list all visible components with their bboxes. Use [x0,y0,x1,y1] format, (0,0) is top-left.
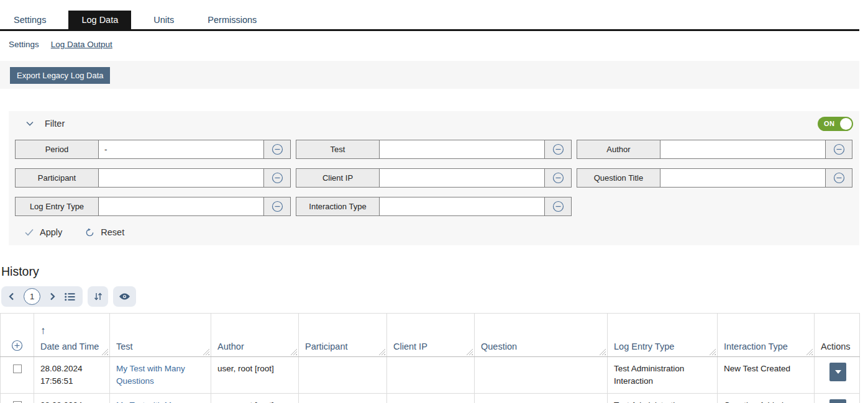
reset-icon [85,228,94,237]
column-header-participant[interactable]: Participant [299,314,387,357]
column-label: Author [217,342,244,351]
filter-field-remove-button[interactable] [263,169,290,187]
cell-time: 17:56:51 [40,376,73,386]
column-header-date-and-time[interactable]: ↑ Date and Time [34,314,110,357]
cell-participant [299,357,387,394]
filter-field-label: Log Entry Type [16,197,99,215]
breadcrumb: Settings Log Data Output [0,31,868,49]
breadcrumb-log-data-output[interactable]: Log Data Output [51,40,112,49]
history-table-body: 28.08.202417:56:51 My Test with Many Que… [1,357,860,403]
current-page-indicator[interactable]: 1 [24,288,40,305]
tab-settings[interactable]: Settings [2,11,57,29]
next-page-button[interactable] [50,292,55,301]
caret-down-icon [835,370,841,374]
previous-page-button[interactable] [9,292,14,301]
filter-field-remove-button[interactable] [544,140,571,158]
filter-field-label: Author [577,140,660,158]
check-icon [25,229,34,236]
filter-field-remove-button[interactable] [544,197,571,215]
column-visibility-button[interactable] [113,286,136,307]
column-header-question[interactable]: Question [475,314,608,357]
row-actions-dropdown-button[interactable] [829,399,846,403]
column-resize-handle[interactable] [101,348,108,355]
breadcrumb-settings[interactable]: Settings [9,40,39,49]
filter-field-remove-button[interactable] [825,140,852,158]
column-header-client-ip[interactable]: Client IP [387,314,475,357]
column-resize-handle[interactable] [290,348,297,355]
column-label: Log Entry Type [614,342,674,351]
table-row: 28.08.202417:56:51 My Test with Many Que… [1,357,860,394]
column-label: Interaction Type [724,342,788,351]
add-column-header[interactable] [1,314,34,357]
cell-author: user, root [root] [211,394,299,403]
column-header-test[interactable]: Test [110,314,211,357]
chevron-right-icon [50,292,55,301]
filter-field-input[interactable] [660,140,825,158]
toggle-on-label: ON [824,120,835,127]
filter-field-label: Period [16,140,99,158]
sort-order-button[interactable] [88,286,108,307]
history-title: History [1,265,868,279]
column-header-author[interactable]: Author [211,314,299,357]
cell-date: 28.08.2024 [40,401,83,403]
tab-units[interactable]: Units [142,11,185,29]
sort-arrows-icon [94,292,103,301]
circle-minus-icon [833,172,845,184]
filter-field-input[interactable] [99,197,263,215]
filter-field: Log Entry Type [15,197,291,216]
test-link[interactable]: My Test with Many Questions [116,364,185,386]
column-resize-handle[interactable] [203,348,209,355]
filter-field-remove-button[interactable] [825,169,852,187]
filter-field: Interaction Type [296,197,572,216]
column-header-interaction-type[interactable]: Interaction Type [718,314,815,357]
filter-field-input[interactable] [380,197,544,215]
page-list-button[interactable] [65,292,75,301]
cell-question [475,357,608,394]
column-label: Participant [305,342,348,351]
filter-field-input[interactable] [99,140,263,158]
filter-field: Question Title [577,168,852,188]
filter-field-input[interactable] [660,169,825,187]
toolbar: Export Legacy Log Data [0,61,859,89]
filter-field: Client IP [296,168,572,188]
reset-button[interactable]: Reset [85,227,124,237]
filter-field-label: Participant [16,169,99,187]
history-table: ↑ Date and Time Test Author Participant … [0,313,860,403]
cell-question [475,394,608,403]
column-resize-handle[interactable] [709,348,716,355]
list-icon [65,292,75,301]
cell-log-entry-type: Test Administration Interaction [608,357,718,394]
column-resize-handle[interactable] [466,348,473,355]
filter-field-input[interactable] [380,140,544,158]
circle-minus-icon [272,143,283,155]
circle-minus-icon [552,201,564,212]
tab-log-data[interactable]: Log Data [68,11,131,29]
column-resize-handle[interactable] [378,348,385,355]
apply-button[interactable]: Apply [25,227,62,237]
column-resize-handle[interactable] [599,348,606,355]
column-resize-handle[interactable] [806,348,813,355]
export-legacy-log-data-button[interactable]: Export Legacy Log Data [10,67,110,84]
test-link[interactable]: My Test with Many Questions [116,401,185,403]
row-actions-dropdown-button[interactable] [829,363,846,381]
filter-field-remove-button[interactable] [263,197,290,215]
cell-author: user, root [root] [211,357,299,394]
filter-header[interactable]: Filter ON [9,111,859,136]
filter-field: Period [15,140,291,159]
apply-label: Apply [40,227,62,237]
filter-field-input[interactable] [380,169,544,187]
filter-field-remove-button[interactable] [544,169,571,187]
cell-client-ip [387,357,475,394]
row-checkbox[interactable] [13,365,22,373]
filter-panel: Filter ON Period Test [9,111,859,245]
table-row: 28.08.2024 My Test with Many Questions u… [1,394,860,403]
column-label: Question [481,342,517,351]
column-header-log-entry-type[interactable]: Log Entry Type [608,314,718,357]
tab-permissions[interactable]: Permissions [196,11,268,29]
filter-field-label: Interaction Type [296,197,380,215]
header-row: ↑ Date and Time Test Author Participant … [1,314,860,357]
filter-on-toggle[interactable]: ON [818,117,853,131]
filter-field-remove-button[interactable] [263,140,290,158]
filter-field-input[interactable] [99,169,263,187]
chevron-down-icon [25,119,35,129]
